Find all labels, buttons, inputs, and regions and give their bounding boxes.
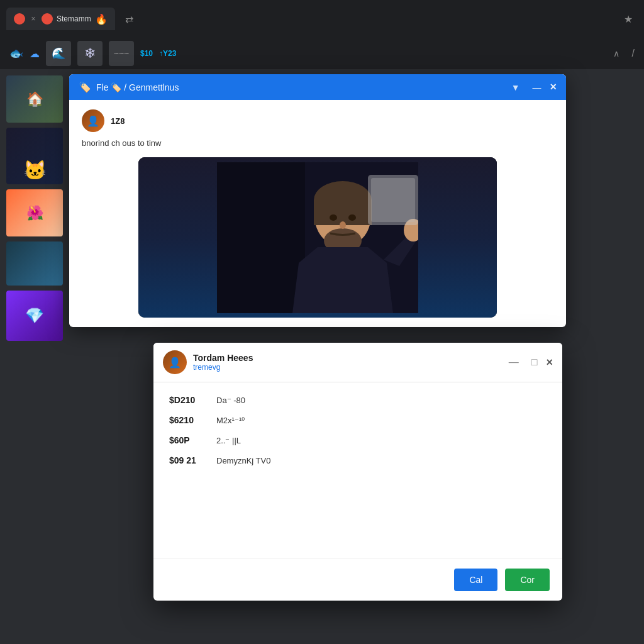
fish-icon: 🐟: [9, 47, 23, 60]
price-label-1: Da⁻ -80: [216, 396, 245, 405]
price-badge-1: $10: [140, 49, 153, 58]
dialog-back-close-button[interactable]: ×: [550, 80, 557, 94]
dialog-back-minimize-icon[interactable]: ▼: [508, 81, 524, 94]
dialog-front-restore-icon[interactable]: □: [528, 355, 541, 369]
dialog-back-controls: ▼ — ×: [508, 80, 557, 94]
dialog-back-title-group: 🏷️ Fle 🏷️ / Genmettlnus: [79, 81, 179, 93]
svg-rect-11: [371, 178, 415, 222]
tab-shuffle-icon[interactable]: ⇄: [120, 11, 138, 28]
dialog-front-avatar: 👤: [163, 350, 187, 374]
dialog-front-controls: — □ ×: [505, 355, 553, 369]
price-badge-2: ↑Y23: [159, 49, 176, 58]
browser-ext-icon[interactable]: ★: [619, 11, 638, 28]
dialog-front-body: $D210 Da⁻ -80 $6210 M2x¹⁻¹⁰ $60P 2..⁻ ||…: [153, 382, 562, 558]
price-label-3: 2..⁻ ||L: [216, 436, 241, 445]
dialog-back-emoji-icon: 🏷️: [79, 81, 91, 93]
svg-point-8: [348, 214, 356, 221]
video-content: [138, 157, 497, 318]
confirm-button[interactable]: Cor: [505, 569, 550, 591]
dialog-front: 👤 Tordam Heees tremevg — □ × $D210 Da⁻ -…: [153, 343, 562, 601]
dialog-back: 🏷️ Fle 🏷️ / Genmettlnus ▼ — × 👤 1Z8 bnor…: [69, 74, 566, 327]
dialog-front-title-group: 👤 Tordam Heees tremevg: [163, 350, 253, 374]
tab-favicon-circle: [14, 13, 25, 25]
chevron-up-icon[interactable]: ∧: [613, 48, 626, 58]
user-row: 👤 1Z8: [82, 109, 553, 132]
price-amount-4: $09 21: [169, 455, 207, 465]
tab-avatar: [42, 13, 53, 25]
left-panel: 🏠 🐱 🌺 💎: [0, 69, 69, 644]
dialog-back-title: Fle 🏷️ / Genmettlnus: [96, 82, 179, 92]
tab-title: Stemamm: [57, 14, 91, 23]
side-image-4: [6, 242, 63, 286]
dialog-front-title: Tordam Heees: [193, 353, 253, 363]
dialog-front-minimize-icon[interactable]: —: [505, 355, 523, 369]
dialog-back-restore-icon[interactable]: —: [528, 81, 545, 94]
side-image-3: 🌺: [6, 189, 63, 236]
side-image-1: 🏠: [6, 75, 63, 123]
person-svg: [217, 162, 418, 313]
price-amount-3: $60P: [169, 435, 207, 445]
username: 1Z8: [111, 116, 125, 126]
svg-point-7: [330, 214, 337, 221]
price-row-2: $6210 M2x¹⁻¹⁰: [169, 415, 547, 425]
dialog-back-body: 👤 1Z8 bnorind ch ous to tinw: [69, 100, 566, 327]
thumb-snow[interactable]: ❄: [77, 41, 103, 66]
svg-point-9: [340, 221, 346, 229]
tab-close-icon[interactable]: ×: [29, 14, 38, 23]
dialog-front-subtitle: tremevg: [193, 363, 253, 372]
dialog-front-name-group: Tordam Heees tremevg: [193, 353, 253, 372]
dialog-front-header: 👤 Tordam Heees tremevg — □ ×: [153, 343, 562, 382]
price-row-4: $09 21 DemyznKj TV0: [169, 455, 547, 465]
browser-tab[interactable]: × Stemamm 🔥: [6, 8, 115, 30]
dialog-footer: Cal Cor: [153, 558, 562, 601]
svg-rect-1: [217, 162, 305, 313]
thumb-landscape[interactable]: 🌊: [46, 41, 71, 66]
browser-chrome: × Stemamm 🔥 ⇄ ★: [0, 0, 644, 38]
dialog-back-header: 🏷️ Fle 🏷️ / Genmettlnus ▼ — ×: [69, 74, 566, 100]
cloud-icon: ☁: [30, 48, 40, 60]
price-label-4: DemyznKj TV0: [216, 456, 270, 465]
price-row-1: $D210 Da⁻ -80: [169, 395, 547, 405]
price-amount-2: $6210: [169, 415, 207, 425]
thumbnails-row: 🐟 ☁ 🌊 ❄ ~~~ $10 ↑Y23 ∧ /: [0, 38, 644, 69]
price-amount-1: $D210: [169, 395, 207, 405]
thumb-abstract[interactable]: ~~~: [109, 41, 134, 66]
dialog-front-close-button[interactable]: ×: [546, 356, 553, 369]
avatar: 👤: [82, 109, 104, 132]
side-image-5: 💎: [6, 291, 63, 341]
fire-icon: 🔥: [95, 13, 108, 25]
video-player[interactable]: [138, 157, 497, 318]
side-image-2: 🐱: [6, 128, 63, 184]
price-label-2: M2x¹⁻¹⁰: [216, 416, 245, 425]
message-text: bnorind ch ous to tinw: [82, 138, 553, 148]
settings-icon[interactable]: /: [632, 48, 635, 59]
cancel-button[interactable]: Cal: [454, 569, 497, 591]
price-row-3: $60P 2..⁻ ||L: [169, 435, 547, 445]
